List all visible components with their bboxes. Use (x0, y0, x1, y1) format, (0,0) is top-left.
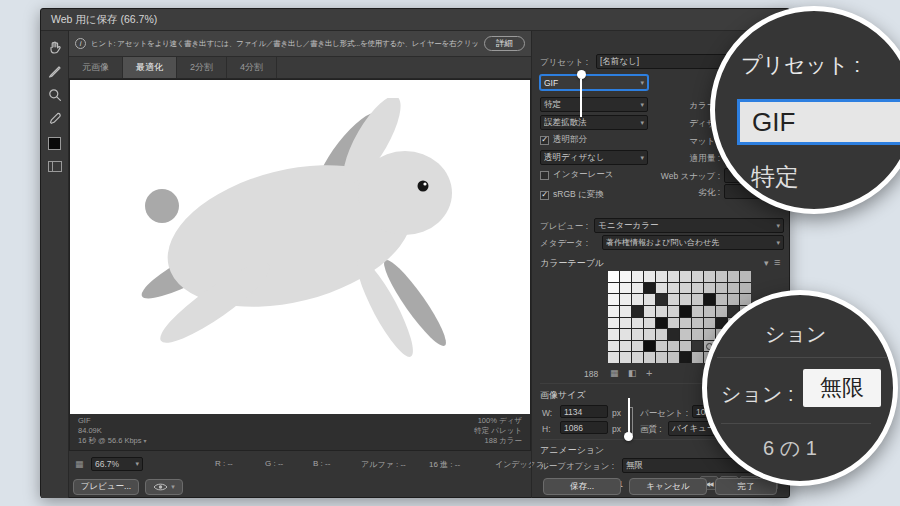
color-swatch[interactable] (728, 283, 739, 294)
color-swatch[interactable] (620, 341, 631, 352)
snap-web-palette-icon[interactable]: ▦ (610, 369, 619, 378)
color-swatch[interactable] (644, 318, 655, 329)
color-swatch[interactable] (656, 294, 667, 305)
color-swatch[interactable] (656, 306, 667, 317)
color-swatch[interactable] (692, 329, 703, 340)
color-swatch[interactable] (680, 271, 691, 282)
zoom-grid-icon[interactable]: ▦ (75, 459, 84, 469)
color-swatch[interactable] (656, 318, 667, 329)
dialog-titlebar[interactable]: Web 用に保存 (66.7%) (41, 9, 789, 31)
tab-original[interactable]: 元画像 (69, 57, 123, 78)
color-swatch[interactable] (668, 341, 679, 352)
color-swatch[interactable] (692, 306, 703, 317)
tab-optimized[interactable]: 最適化 (123, 57, 177, 78)
color-swatch[interactable] (632, 329, 643, 340)
color-swatch[interactable] (644, 352, 655, 363)
color-swatch[interactable] (644, 329, 655, 340)
color-swatch[interactable] (656, 283, 667, 294)
optimized-preview-pane[interactable]: GIF 84.09K 16 秒 @ 56.6 Kbps ▾ 100% ディザ 特… (69, 79, 531, 451)
color-swatch[interactable] (668, 352, 679, 363)
color-swatch[interactable] (704, 294, 715, 305)
color-swatch[interactable] (656, 341, 667, 352)
color-swatch[interactable] (608, 283, 619, 294)
format-select[interactable]: GIF▾ (540, 75, 648, 90)
srgb-checkbox[interactable]: ✓ sRGB に変換 (540, 189, 604, 201)
color-swatch[interactable] (644, 283, 655, 294)
color-swatch[interactable] (644, 271, 655, 282)
color-swatch[interactable] (668, 329, 679, 340)
add-color-icon[interactable]: + (646, 368, 652, 379)
color-swatch[interactable] (692, 294, 703, 305)
color-swatch[interactable] (656, 329, 667, 340)
color-swatch[interactable] (632, 318, 643, 329)
color-swatch[interactable] (740, 271, 751, 282)
color-swatch[interactable] (644, 306, 655, 317)
color-swatch[interactable] (716, 306, 727, 317)
color-swatch[interactable] (692, 318, 703, 329)
color-swatch[interactable] (692, 341, 703, 352)
color-swatch[interactable] (620, 318, 631, 329)
color-swatch[interactable] (704, 283, 715, 294)
height-input[interactable] (560, 421, 608, 434)
color-swatch[interactable] (644, 294, 655, 305)
interlaced-checkbox[interactable]: インターレース (540, 169, 614, 181)
hint-details-button[interactable]: 詳細 (484, 36, 525, 51)
zoom-tool-button[interactable] (47, 87, 63, 103)
palette-algorithm-select[interactable]: 特定▾ (540, 97, 648, 112)
color-swatch[interactable] (620, 352, 631, 363)
color-swatch[interactable] (620, 329, 631, 340)
color-swatch[interactable] (608, 318, 619, 329)
color-swatch[interactable] (728, 294, 739, 305)
color-swatch[interactable] (692, 352, 703, 363)
color-swatch[interactable] (620, 283, 631, 294)
color-swatch[interactable] (620, 271, 631, 282)
color-swatch[interactable] (608, 271, 619, 282)
color-swatch[interactable] (620, 294, 631, 305)
color-swatch[interactable] (620, 306, 631, 317)
color-swatch[interactable] (680, 352, 691, 363)
color-table-menu-icon[interactable]: ≡ (774, 257, 780, 268)
color-swatch[interactable] (680, 341, 691, 352)
color-swatch[interactable] (704, 318, 715, 329)
color-swatch[interactable] (608, 329, 619, 340)
color-swatch[interactable] (668, 318, 679, 329)
color-swatch[interactable] (716, 294, 727, 305)
color-swatch[interactable] (632, 352, 643, 363)
color-swatch[interactable] (668, 306, 679, 317)
color-swatch[interactable] (680, 329, 691, 340)
color-swatch[interactable] (668, 294, 679, 305)
color-swatch[interactable] (692, 283, 703, 294)
color-swatch[interactable] (632, 283, 643, 294)
tab-4up[interactable]: 4分割 (227, 57, 277, 78)
color-swatch[interactable] (704, 306, 715, 317)
cancel-button[interactable]: キャンセル (629, 478, 707, 495)
eyedropper-tool-button[interactable] (47, 111, 63, 127)
color-swatch[interactable] (740, 283, 751, 294)
color-swatch[interactable] (704, 271, 715, 282)
color-swatch[interactable] (608, 294, 619, 305)
color-swatch[interactable] (704, 329, 715, 340)
tab-2up[interactable]: 2分割 (177, 57, 227, 78)
browser-preview-select-button[interactable]: ▾ (145, 479, 183, 495)
metadata-select[interactable]: 著作権情報および問い合わせ先▾ (602, 235, 784, 250)
zoom-level-select[interactable]: 66.7% ▾ (91, 457, 143, 471)
color-table-arrow-icon[interactable]: ▾ (764, 259, 769, 268)
color-swatch[interactable] (656, 352, 667, 363)
color-swatch[interactable] (680, 283, 691, 294)
color-swatch[interactable] (632, 341, 643, 352)
color-swatch[interactable] (632, 271, 643, 282)
lock-color-icon[interactable]: ◧ (628, 369, 637, 378)
transparency-checkbox[interactable]: ✓ 透明部分 (540, 134, 587, 146)
color-swatch[interactable] (608, 352, 619, 363)
preview-color-select[interactable]: モニターカラー▾ (594, 218, 784, 233)
color-swatch[interactable] (632, 294, 643, 305)
color-swatch[interactable] (692, 271, 703, 282)
color-swatch[interactable] (668, 283, 679, 294)
transparency-dither-select[interactable]: 透明ディザなし▾ (540, 150, 648, 165)
color-swatch[interactable] (680, 306, 691, 317)
download-time-readout[interactable]: 16 秒 @ 56.6 Kbps ▾ (78, 436, 147, 446)
color-swatch[interactable] (680, 318, 691, 329)
dither-method-select[interactable]: 誤差拡散法▾ (540, 115, 648, 130)
color-swatch[interactable] (608, 306, 619, 317)
eyedropper-color-swatch[interactable] (48, 137, 61, 150)
